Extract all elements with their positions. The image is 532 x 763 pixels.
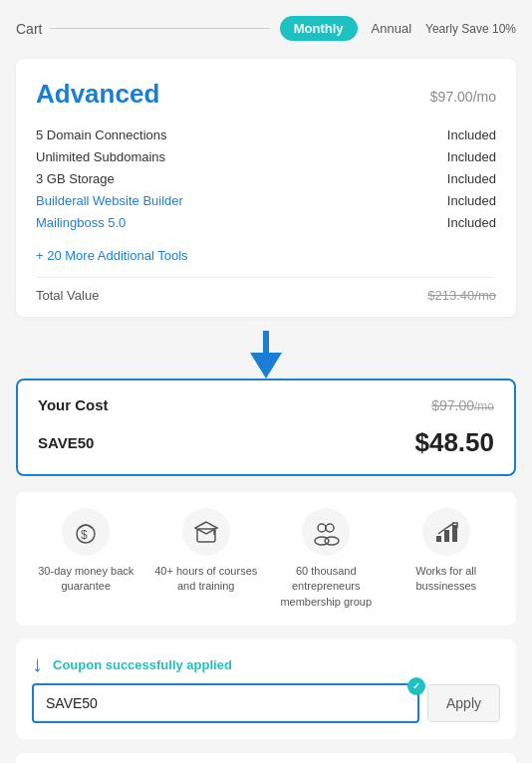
feature-row: Builderall Website BuilderIncluded (36, 193, 496, 208)
feature-icon-item: 40+ hours of courses and training (151, 508, 261, 595)
feature-icon-1 (182, 508, 230, 556)
coupon-arrow-row: ↓ Coupon successfully applied (32, 653, 500, 675)
feature-status: Included (447, 127, 496, 142)
coupon-input-row[interactable]: ✓ Apply (32, 683, 500, 723)
coupon-input[interactable] (32, 683, 419, 723)
coupon-success-label: Coupon successfully applied (53, 657, 232, 672)
feature-row: Mailingboss 5.0Included (36, 215, 496, 230)
feature-status: Included (447, 171, 496, 186)
arrow-container (16, 331, 516, 379)
arrow-down-icon (250, 353, 282, 379)
svg-rect-10 (444, 530, 449, 542)
feature-name: 3 GB Storage (36, 171, 115, 186)
feature-icon-text: 60 thousand entrepreneurs membership gro… (271, 564, 381, 610)
monthly-toggle[interactable]: Monthly (280, 16, 358, 41)
your-cost-price: $97.00/mo (431, 397, 494, 413)
save-price: $48.50 (414, 427, 494, 458)
svg-point-8 (325, 537, 339, 545)
feature-name: Builderall Website Builder (36, 193, 183, 208)
feature-icon-0: $ (62, 508, 110, 556)
coupon-badge: ✓ (407, 677, 425, 695)
feature-icon-text: Works for all bussinesses (392, 564, 501, 595)
feature-name: 5 Domain Connections (36, 127, 167, 142)
feature-name: Unlimited Subdomains (36, 149, 165, 164)
feature-icon-item: Works for all bussinesses (392, 508, 501, 595)
more-tools: + 20 More Additional Tools (36, 248, 496, 263)
cart-label: Cart (16, 21, 42, 37)
header-divider (50, 28, 269, 29)
plan-price: $97.00/mo (430, 82, 496, 108)
coupon-section: ↓ Coupon successfully applied ✓ Apply (16, 639, 516, 739)
total-value-price: $213.40/mo (427, 288, 496, 303)
feature-icons-section: $30-day money back guarantee40+ hours of… (16, 492, 516, 626)
header-row: Cart Monthly Annual Yearly Save 10% (16, 16, 516, 41)
save-row: SAVE50 $48.50 (38, 427, 494, 458)
billing-toggle[interactable]: Monthly Annual Yearly Save 10% (280, 16, 516, 41)
coupon-arrow-icon: ↓ (32, 653, 43, 675)
apply-button[interactable]: Apply (427, 684, 500, 722)
total-value-row: Total Value $213.40/mo (36, 277, 496, 303)
feature-icon-3 (422, 508, 470, 556)
plan-title-row: Advanced $97.00/mo (36, 79, 496, 110)
feature-row: 5 Domain ConnectionsIncluded (36, 127, 496, 142)
svg-point-6 (326, 524, 334, 532)
total-value-label: Total Value (36, 288, 99, 303)
your-cost-label: Your Cost (38, 396, 109, 413)
svg-point-5 (318, 524, 326, 532)
annual-toggle[interactable]: Annual (362, 16, 421, 41)
feature-name: Mailingboss 5.0 (36, 215, 126, 230)
yearly-save-label: Yearly Save 10% (425, 22, 516, 36)
feature-row: 3 GB StorageIncluded (36, 171, 496, 186)
features-list: 5 Domain ConnectionsIncludedUnlimited Su… (36, 127, 496, 230)
save-label: SAVE50 (38, 434, 94, 451)
feature-icon-item: 60 thousand entrepreneurs membership gro… (271, 508, 381, 610)
cost-row: Your Cost $97.00/mo (38, 396, 494, 413)
feature-icon-2 (302, 508, 350, 556)
plan-card: Advanced $97.00/mo 5 Domain ConnectionsI… (16, 59, 516, 317)
svg-rect-9 (436, 536, 441, 542)
feature-status: Included (447, 193, 496, 208)
feature-icon-text: 30-day money back guarantee (31, 564, 140, 595)
feature-icon-text: 40+ hours of courses and training (151, 564, 261, 595)
cost-box: Your Cost $97.00/mo SAVE50 $48.50 (16, 379, 516, 476)
feature-row: Unlimited SubdomainsIncluded (36, 149, 496, 164)
plan-name: Advanced (36, 79, 159, 110)
svg-text:$: $ (81, 528, 88, 542)
feature-status: Included (447, 149, 496, 164)
feature-icon-item: $30-day money back guarantee (31, 508, 140, 595)
referral-row: You were referred by WEB MARKETING TOOLS… (16, 753, 516, 763)
feature-status: Included (447, 215, 496, 230)
plan-price-unit: /mo (473, 89, 496, 105)
